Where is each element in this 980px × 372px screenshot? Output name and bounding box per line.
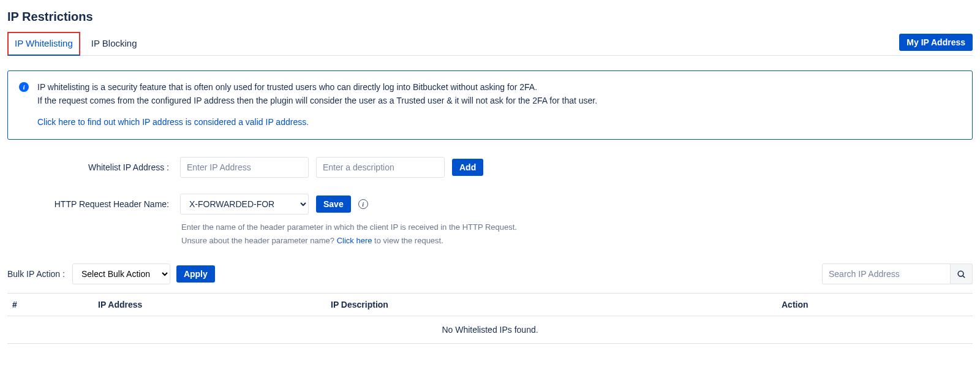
tabs: IP Whitelisting IP Blocking <box>7 31 899 55</box>
search-button[interactable] <box>951 264 973 284</box>
bulk-action-select[interactable]: Select Bulk Action <box>72 264 170 284</box>
page-title: IP Restrictions <box>7 10 973 24</box>
info-icon: i <box>19 82 29 92</box>
help-line2: Unsure about the header parameter name? … <box>181 234 973 248</box>
info-text: IP whitelisting is a security feature th… <box>37 81 597 129</box>
whitelist-ip-row: Whitelist IP Address : Add <box>7 157 973 178</box>
info-line1: IP whitelisting is a security feature th… <box>37 82 537 92</box>
http-header-info-icon[interactable]: i <box>358 199 368 209</box>
help-line1: Enter the name of the header parameter i… <box>181 221 973 234</box>
table-header-row: # IP Address IP Description Action <box>7 294 973 316</box>
search-box <box>822 264 973 284</box>
whitelist-ip-label: Whitelist IP Address : <box>7 162 173 172</box>
ip-table: # IP Address IP Description Action No Wh… <box>7 293 973 344</box>
http-header-select[interactable]: X-FORWARDED-FOR <box>180 194 309 214</box>
svg-point-0 <box>958 271 963 276</box>
col-header-ip: IP Address <box>93 294 326 316</box>
col-header-action: Action <box>777 294 973 316</box>
save-button[interactable]: Save <box>316 195 351 213</box>
tab-ip-blocking[interactable]: IP Blocking <box>85 32 143 56</box>
svg-line-1 <box>963 276 965 278</box>
tab-ip-whitelisting[interactable]: IP Whitelisting <box>7 32 80 56</box>
search-icon <box>957 270 966 279</box>
whitelist-form: Whitelist IP Address : Add HTTP Request … <box>7 157 973 248</box>
add-button[interactable]: Add <box>452 159 483 176</box>
http-header-row: HTTP Request Header Name: X-FORWARDED-FO… <box>7 194 973 214</box>
info-line2: If the request comes from the configured… <box>37 96 597 105</box>
ip-description-input[interactable] <box>316 157 445 178</box>
table-empty-row: No Whitelisted IPs found. <box>7 316 973 344</box>
table-empty-message: No Whitelisted IPs found. <box>7 316 973 344</box>
col-header-description: IP Description <box>326 294 777 316</box>
ip-address-input[interactable] <box>180 157 309 178</box>
apply-button[interactable]: Apply <box>176 265 215 283</box>
http-header-help: Enter the name of the header parameter i… <box>181 221 973 248</box>
search-ip-input[interactable] <box>822 264 951 284</box>
info-valid-ip-link[interactable]: Click here to find out which IP address … <box>37 116 309 129</box>
http-header-label: HTTP Request Header Name: <box>7 199 173 209</box>
tabs-row: IP Whitelisting IP Blocking My IP Addres… <box>7 31 973 56</box>
my-ip-address-button[interactable]: My IP Address <box>899 34 973 51</box>
col-header-number: # <box>7 294 93 316</box>
table-action-bar: Bulk IP Action : Select Bulk Action Appl… <box>7 264 973 284</box>
view-request-link[interactable]: Click here <box>337 236 372 245</box>
bulk-action-label: Bulk IP Action : <box>7 269 66 279</box>
info-panel: i IP whitelisting is a security feature … <box>7 70 973 140</box>
